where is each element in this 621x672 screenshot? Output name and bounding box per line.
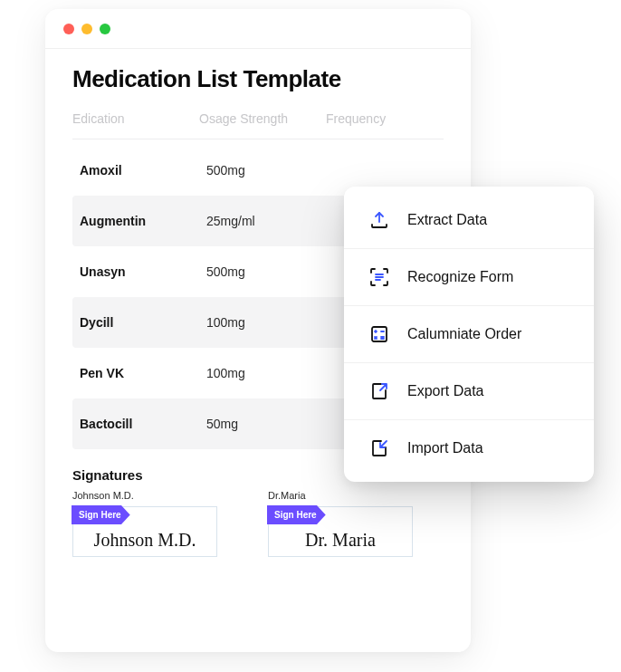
signature-field[interactable]: Sign Here Johnson M.D. [72, 506, 217, 557]
close-icon[interactable] [63, 24, 74, 34]
upload-icon [368, 208, 391, 232]
cell-dosage: 50mg [206, 417, 333, 431]
menu-item-label: Calumniate Order [407, 326, 521, 342]
sign-here-tag[interactable]: Sign Here [267, 505, 326, 524]
form-scan-icon [368, 265, 391, 289]
maximize-icon[interactable] [100, 24, 110, 34]
cell-medication: Amoxil [80, 163, 206, 178]
menu-item-label: Export Data [407, 383, 483, 399]
menu-item-export-data[interactable]: Export Data [344, 362, 594, 419]
menu-item-label: Recognize Form [407, 269, 513, 285]
cell-dosage: 500mg [206, 163, 333, 178]
signer-name: Johnson M.D. [72, 490, 217, 501]
menu-item-recognize-form[interactable]: Recognize Form [344, 248, 594, 305]
table-header: Edication Osage Strength Frequency [72, 106, 444, 139]
signature-field[interactable]: Sign Here Dr. Maria [268, 506, 413, 557]
cell-dosage: 100mg [206, 315, 333, 330]
menu-item-calculate-order[interactable]: Calumniate Order [344, 305, 594, 362]
menu-item-label: Import Data [407, 440, 483, 456]
cell-medication: Augmentin [80, 214, 206, 228]
export-icon [368, 379, 391, 403]
col-header-medication: Edication [72, 111, 199, 126]
cell-medication: Dycill [80, 315, 206, 330]
titlebar [45, 9, 471, 49]
context-menu: Extract Data Recognize Form [344, 187, 594, 482]
col-header-frequency: Frequency [326, 111, 444, 126]
cell-medication: Pen VK [80, 366, 206, 380]
cell-medication: Unasyn [80, 264, 206, 279]
col-header-dosage: Osage Strength [199, 111, 326, 126]
signature-block: Dr.Maria Sign Here Dr. Maria [268, 490, 413, 557]
signer-name: Dr.Maria [268, 490, 413, 501]
menu-item-extract-data[interactable]: Extract Data [344, 192, 594, 248]
cell-dosage: 500mg [206, 264, 333, 279]
cell-medication: Bactocill [80, 417, 206, 431]
menu-item-label: Extract Data [407, 212, 487, 228]
cell-dosage: 100mg [206, 366, 333, 380]
cell-dosage: 25mg/ml [206, 214, 333, 228]
signature-block: Johnson M.D. Sign Here Johnson M.D. [72, 490, 217, 557]
calculator-icon [368, 322, 391, 346]
menu-item-import-data[interactable]: Import Data [344, 419, 594, 476]
page-title: Medication List Template [72, 65, 444, 93]
minimize-icon[interactable] [81, 24, 92, 34]
signature-value: Johnson M.D. [94, 531, 196, 549]
import-icon [368, 437, 391, 460]
signature-value: Dr. Maria [305, 531, 376, 549]
sign-here-tag[interactable]: Sign Here [72, 505, 130, 524]
signatures-row: Johnson M.D. Sign Here Johnson M.D. Dr.M… [72, 490, 444, 557]
